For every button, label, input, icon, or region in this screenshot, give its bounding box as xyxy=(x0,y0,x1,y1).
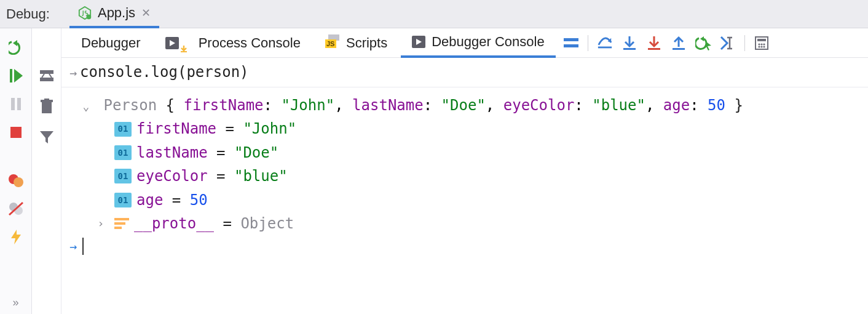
step-over-button[interactable] xyxy=(597,35,613,51)
tab-label: Process Console xyxy=(199,35,301,51)
nodejs-file-icon xyxy=(78,6,92,20)
resume-button[interactable] xyxy=(8,68,24,84)
rerun-button[interactable] xyxy=(8,39,24,55)
svg-rect-19 xyxy=(564,38,578,41)
arrow-right-icon: → xyxy=(66,63,80,83)
close-icon[interactable]: ✕ xyxy=(141,6,151,20)
svg-point-36 xyxy=(758,46,760,47)
layout-settings-button[interactable] xyxy=(39,68,55,84)
clear-console-button[interactable] xyxy=(39,99,55,115)
more-icon[interactable]: » xyxy=(12,296,18,314)
svg-point-6 xyxy=(14,177,23,187)
instant-run-button[interactable] xyxy=(8,229,24,245)
chevron-right-icon[interactable]: › xyxy=(95,215,107,233)
svg-rect-23 xyxy=(623,48,636,50)
tab-process-console[interactable]: Process Console xyxy=(154,28,312,58)
svg-point-35 xyxy=(763,43,765,45)
svg-rect-3 xyxy=(17,98,21,110)
svg-rect-32 xyxy=(757,39,766,41)
object-property[interactable]: 01 eyeColor = "blue" xyxy=(66,164,863,188)
tab-label: Scripts xyxy=(346,35,387,51)
debug-topbar: Debug: App.js ✕ xyxy=(0,0,868,28)
js-scripts-icon: JS xyxy=(325,34,340,52)
console-run-icon xyxy=(412,36,425,48)
calculator-button[interactable] xyxy=(754,35,770,51)
svg-rect-27 xyxy=(673,48,685,50)
console-side-controls xyxy=(32,28,61,314)
svg-point-34 xyxy=(760,43,762,45)
debugger-console: → console.log(person) ⌄ Person { firstNa… xyxy=(61,58,868,314)
console-command: console.log(person) xyxy=(80,60,249,84)
console-prompt[interactable]: → xyxy=(61,235,868,257)
run-to-cursor-button[interactable] xyxy=(695,35,711,51)
svg-point-0 xyxy=(87,14,92,19)
proto-icon xyxy=(114,217,129,230)
svg-rect-21 xyxy=(598,46,612,48)
console-command-line: → console.log(person) xyxy=(61,58,868,87)
pause-button[interactable] xyxy=(8,96,24,112)
evaluate-expression-button[interactable] xyxy=(720,35,736,51)
field-type-icon: 01 xyxy=(114,122,132,137)
arrow-right-icon: → xyxy=(66,236,80,256)
debug-side-controls: » xyxy=(0,28,32,314)
field-type-icon: 01 xyxy=(114,169,132,183)
chevron-down-icon[interactable]: ⌄ xyxy=(80,98,92,116)
tab-label: Debugger Console xyxy=(432,34,544,50)
svg-point-37 xyxy=(760,46,762,47)
svg-rect-10 xyxy=(40,70,53,74)
field-type-icon: 01 xyxy=(114,193,132,207)
svg-rect-15 xyxy=(181,51,187,52)
svg-rect-20 xyxy=(564,44,578,47)
object-class-name: Person xyxy=(103,97,165,114)
file-tab-name: App.js xyxy=(98,5,135,21)
debugger-tabs: Debugger Process Console xyxy=(61,28,868,58)
view-breakpoints-button[interactable] xyxy=(8,172,24,188)
svg-rect-11 xyxy=(40,78,53,81)
object-proto[interactable]: › __proto__ = Object xyxy=(66,212,863,235)
tab-label: Debugger xyxy=(81,35,141,51)
step-out-button[interactable] xyxy=(671,35,687,51)
object-property[interactable]: 01 lastName = "Doe" xyxy=(66,141,863,164)
mute-breakpoints-button[interactable] xyxy=(8,201,24,217)
svg-rect-14 xyxy=(44,99,49,100)
step-toolbar xyxy=(558,35,770,51)
object-header[interactable]: ⌄ Person { firstName: "John", lastName: … xyxy=(66,94,863,117)
tab-scripts[interactable]: JS Scripts xyxy=(314,28,398,58)
svg-rect-25 xyxy=(648,48,660,50)
object-property[interactable]: 01 firstName = "John" xyxy=(66,117,863,140)
tab-debugger[interactable]: Debugger xyxy=(70,28,152,58)
file-tab-app-js[interactable]: App.js ✕ xyxy=(69,0,159,28)
download-badge-icon xyxy=(180,45,187,52)
object-property[interactable]: 01 age = 50 xyxy=(66,188,863,212)
svg-rect-1 xyxy=(10,69,12,83)
svg-rect-12 xyxy=(42,102,52,113)
svg-rect-4 xyxy=(10,127,22,138)
step-into-button[interactable] xyxy=(621,35,637,51)
svg-rect-2 xyxy=(11,98,15,110)
debug-label: Debug: xyxy=(6,6,50,22)
text-cursor xyxy=(82,238,84,255)
thread-stack-button[interactable] xyxy=(563,35,579,51)
stop-button[interactable] xyxy=(8,124,24,140)
svg-point-38 xyxy=(763,46,765,47)
console-run-icon xyxy=(165,37,179,49)
svg-point-33 xyxy=(758,43,760,45)
filter-button[interactable] xyxy=(39,129,55,145)
tab-debugger-console[interactable]: Debugger Console xyxy=(401,28,555,58)
svg-text:JS: JS xyxy=(326,40,334,47)
field-type-icon: 01 xyxy=(114,145,132,160)
force-step-into-button[interactable] xyxy=(646,35,662,51)
